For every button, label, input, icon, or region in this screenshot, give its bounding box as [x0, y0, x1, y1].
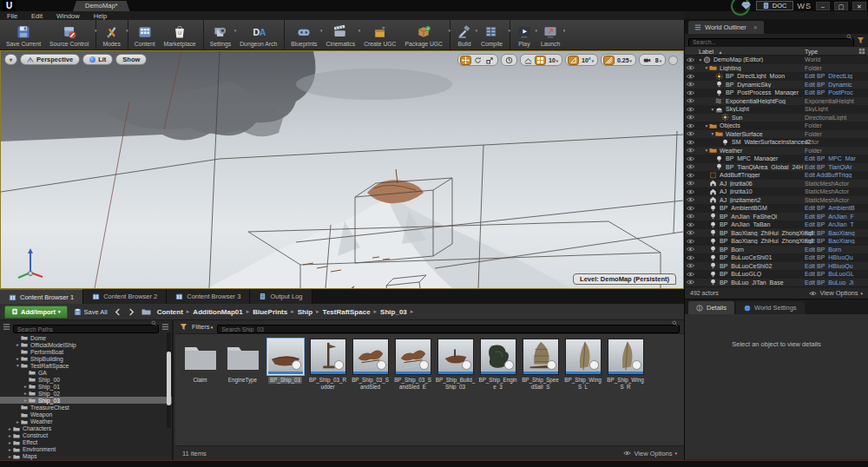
breadcrumb-item[interactable]: Content [157, 308, 190, 316]
folder-tree-item[interactable]: ▸ Effect [0, 439, 172, 446]
toolbar-button[interactable]: Cinematics [322, 20, 360, 49]
outliner-row[interactable]: BP_BaoXiang_ZhiHui_ZhongXingBuL Edit BP_… [685, 229, 868, 238]
close-tab-icon[interactable]: ✕ [753, 24, 758, 30]
visibility-eye-icon[interactable] [685, 247, 696, 252]
content-browser-tab[interactable]: Content Browser 3 [167, 289, 250, 304]
menu-item[interactable]: File [0, 12, 24, 20]
asset-tile[interactable]: BP_Ship_Engine_3 [478, 339, 518, 390]
toolbar-button[interactable]: Package UGC [401, 20, 450, 49]
folder-tree-item[interactable]: ▸ Characters [0, 425, 172, 432]
toolbar-button[interactable]: U Marketplace [160, 20, 204, 49]
folder-tree-item[interactable]: ▸ Ship_02 [0, 390, 172, 397]
outliner-view-options-button[interactable]: View Options [809, 289, 863, 297]
toolbar-button[interactable]: Build [452, 20, 477, 49]
toolbar-button[interactable]: Content [130, 20, 160, 49]
visibility-eye-icon[interactable] [685, 255, 696, 260]
folder-tree-item[interactable]: ▸ Maps [0, 453, 172, 460]
asset-tile[interactable]: BP_Ship_SpeedSail_S [521, 339, 561, 390]
scale-snap-value[interactable]: 0.25 [615, 57, 634, 63]
folder-tree-item[interactable]: Ship_00 [0, 376, 172, 383]
visibility-eye-icon[interactable] [685, 156, 696, 161]
maximize-button[interactable]: ▢ [834, 2, 848, 10]
content-browser-tab[interactable]: Content Browser 2 [83, 289, 167, 304]
lit-button[interactable]: Lit [82, 54, 113, 65]
breadcrumb-item[interactable]: TestRaftSpace [323, 308, 378, 316]
close-button[interactable]: ✕ [852, 2, 866, 10]
3d-viewport[interactable]: ▾ Perspective Lit Show 10 [0, 50, 684, 289]
rotation-snap-value[interactable]: 10° [580, 57, 595, 63]
visibility-eye-icon[interactable] [685, 123, 696, 128]
type-column-header[interactable]: Type [805, 49, 818, 55]
visibility-eye-icon[interactable] [685, 272, 696, 277]
filters-button[interactable]: Filters [192, 323, 213, 331]
folder-tree-item[interactable]: Weapon [0, 411, 172, 418]
surface-snap-button[interactable] [523, 56, 534, 65]
visibility-eye-icon[interactable] [685, 239, 696, 244]
outliner-row[interactable]: ▾ Weather Folder [685, 147, 868, 155]
folder-tree-item[interactable]: ▸ Environment [0, 446, 172, 453]
visibility-eye-icon[interactable] [685, 107, 696, 112]
add-import-button[interactable]: Add/Import [4, 306, 68, 319]
outliner-row[interactable]: AJ_jinzita10 StaticMeshActor [685, 187, 868, 196]
outliner-row[interactable]: Sun DirectionalLight [685, 114, 868, 122]
outliner-row[interactable]: BP_PostProcess_Manager Edit BP_PostProc [685, 89, 868, 97]
outliner-row[interactable]: BP_Born Edit BP_Born [685, 246, 868, 254]
rotation-snap-button[interactable] [568, 56, 579, 65]
toolbar-button[interactable]: Launch [536, 20, 564, 49]
outliner-row[interactable]: BP_DynamicSky Edit BP_Dynamic [685, 81, 868, 89]
back-button[interactable] [114, 308, 122, 316]
menu-item[interactable]: Help [87, 12, 114, 20]
world-local-toggle[interactable] [503, 56, 515, 65]
outliner-filter-icon[interactable] [857, 36, 865, 44]
outliner-row[interactable]: BP_AnJian_FaSheQi Edit BP_AnJian_F [685, 213, 868, 221]
details-tab[interactable]: Details [688, 301, 734, 314]
visibility-eye-icon[interactable] [685, 131, 696, 136]
outliner-row[interactable]: ▾ WaterSurface Folder [685, 130, 868, 139]
visibility-eye-icon[interactable] [685, 230, 696, 235]
toolbar-button[interactable]: Play [512, 20, 536, 49]
content-browser-tab[interactable]: Content Browser 1 [0, 289, 83, 304]
folder-tree-item[interactable]: GA [0, 369, 172, 376]
breadcrumb-item[interactable]: AdditionMap01 [193, 308, 249, 316]
folder-tree-item[interactable]: PerformBoat [0, 348, 172, 355]
show-button[interactable]: Show [115, 54, 147, 65]
outliner-row[interactable]: ▾ SkyLight SkyLight [685, 105, 868, 114]
outliner-row[interactable]: ▾ Objects Folder [685, 122, 868, 130]
outliner-row[interactable]: AJ_jinzita06 StaticMeshActor [685, 180, 868, 188]
asset-tile[interactable]: BP_Ship_03_SandSled_E [393, 339, 433, 390]
visibility-eye-icon[interactable] [685, 140, 696, 145]
outliner-row[interactable]: BP_AnJian_TaBan Edit BP_AnJian_T [685, 220, 868, 229]
visibility-eye-icon[interactable] [685, 214, 696, 219]
folder-tree-item[interactable]: TreasureChest [0, 404, 172, 411]
folder-tree-item[interactable]: Dome [0, 334, 172, 341]
folder-tree-item[interactable]: ▾ TestRaftSpace [0, 362, 172, 369]
viewport-maximize-button[interactable] [668, 56, 678, 65]
content-browser-tab[interactable]: Output Log [250, 289, 312, 304]
outliner-row[interactable]: BP_MPC_Manager Edit BP_MPC_Mar [685, 155, 868, 163]
toolbar-button[interactable]: Source Control [45, 20, 96, 49]
marketplace-gem-icon[interactable] [740, 1, 752, 10]
camera-speed-button[interactable] [641, 56, 653, 65]
outliner-row[interactable]: BP_BuLuo_JiTan_Base Edit BP_BuLuo_Ji [685, 279, 868, 287]
asset-tile[interactable]: BP_Ship_03_SandSled [351, 339, 391, 390]
minimize-button[interactable]: – [816, 2, 830, 10]
toolbar-button[interactable]: Save Current [2, 20, 45, 49]
breadcrumb-item[interactable]: Ship [298, 308, 319, 316]
visibility-eye-icon[interactable] [685, 115, 696, 120]
toolbar-button[interactable]: DA Dungeon Arch [235, 20, 285, 49]
save-all-button[interactable]: Save All [74, 308, 108, 316]
world-settings-tab[interactable]: World Settings [736, 301, 805, 314]
visibility-eye-icon[interactable] [685, 189, 696, 194]
visibility-eye-icon[interactable] [685, 197, 696, 202]
visibility-eye-icon[interactable] [685, 148, 696, 153]
level-tab[interactable]: DemoMap* [73, 1, 130, 11]
folder-tree-item[interactable]: ▸ Construct [0, 432, 172, 439]
visibility-eye-icon[interactable] [685, 90, 696, 95]
asset-tile[interactable]: BP_Ship_WingS_R [606, 339, 646, 390]
visibility-eye-icon[interactable] [685, 263, 696, 268]
label-column-header[interactable]: Label [699, 49, 726, 55]
asset-tile[interactable]: Claim [181, 339, 220, 390]
outliner-row[interactable]: ▾ DemoMap (Editor) World [685, 56, 868, 64]
visibility-eye-icon[interactable] [685, 98, 696, 103]
translate-tool-button[interactable] [460, 56, 471, 65]
